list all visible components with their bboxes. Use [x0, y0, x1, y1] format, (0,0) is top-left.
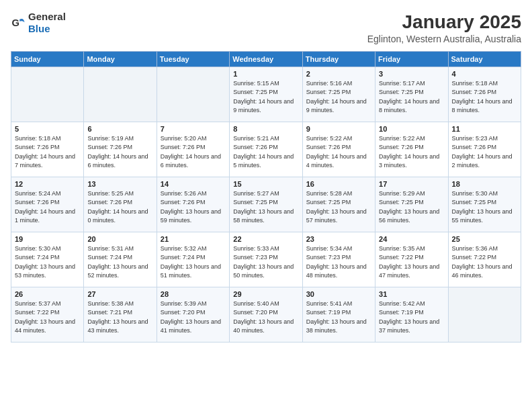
day-number: 3	[379, 70, 444, 78]
logo-text: General Blue	[28, 11, 66, 35]
calendar-cell: 31Sunrise: 5:42 AMSunset: 7:19 PMDayligh…	[375, 287, 448, 342]
calendar-title: January 2025	[367, 11, 521, 34]
day-number: 20	[87, 235, 152, 243]
day-info: Sunrise: 5:21 AMSunset: 7:26 PMDaylight:…	[233, 134, 298, 171]
day-info: Sunrise: 5:31 AMSunset: 7:24 PMDaylight:…	[87, 244, 152, 281]
logo-general: General	[28, 11, 66, 22]
day-info: Sunrise: 5:25 AMSunset: 7:26 PMDaylight:…	[87, 189, 152, 226]
day-info: Sunrise: 5:32 AMSunset: 7:24 PMDaylight:…	[161, 244, 226, 281]
column-header-thursday: Thursday	[302, 51, 375, 66]
day-info: Sunrise: 5:23 AMSunset: 7:26 PMDaylight:…	[452, 134, 517, 171]
calendar-week-row: 1Sunrise: 5:15 AMSunset: 7:25 PMDaylight…	[11, 66, 521, 122]
day-info: Sunrise: 5:27 AMSunset: 7:25 PMDaylight:…	[233, 189, 298, 226]
day-info: Sunrise: 5:29 AMSunset: 7:25 PMDaylight:…	[379, 189, 444, 226]
calendar-header-row: SundayMondayTuesdayWednesdayThursdayFrid…	[11, 51, 521, 66]
calendar-cell: 22Sunrise: 5:33 AMSunset: 7:23 PMDayligh…	[230, 232, 302, 287]
day-info: Sunrise: 5:41 AMSunset: 7:19 PMDaylight:…	[306, 300, 371, 336]
day-number: 24	[379, 235, 444, 243]
calendar-cell: 17Sunrise: 5:29 AMSunset: 7:25 PMDayligh…	[375, 177, 448, 232]
calendar-cell: 6Sunrise: 5:19 AMSunset: 7:26 PMDaylight…	[84, 122, 157, 177]
column-header-friday: Friday	[375, 51, 448, 66]
header: G General Blue January 2025 Eglinton, We…	[11, 11, 521, 44]
day-info: Sunrise: 5:28 AMSunset: 7:25 PMDaylight:…	[306, 189, 371, 226]
day-info: Sunrise: 5:42 AMSunset: 7:19 PMDaylight:…	[379, 300, 444, 336]
day-info: Sunrise: 5:19 AMSunset: 7:26 PMDaylight:…	[87, 134, 152, 171]
calendar-cell: 26Sunrise: 5:37 AMSunset: 7:22 PMDayligh…	[11, 287, 84, 342]
calendar-week-row: 19Sunrise: 5:30 AMSunset: 7:24 PMDayligh…	[11, 232, 521, 287]
day-number: 8	[233, 125, 298, 133]
day-number: 6	[87, 125, 152, 133]
day-number: 9	[306, 125, 371, 133]
day-number: 2	[306, 70, 371, 78]
calendar-cell: 24Sunrise: 5:35 AMSunset: 7:22 PMDayligh…	[375, 232, 448, 287]
calendar-cell: 7Sunrise: 5:20 AMSunset: 7:26 PMDaylight…	[157, 122, 229, 177]
calendar-week-row: 12Sunrise: 5:24 AMSunset: 7:26 PMDayligh…	[11, 177, 521, 232]
day-number: 14	[161, 180, 226, 188]
day-info: Sunrise: 5:24 AMSunset: 7:26 PMDaylight:…	[15, 189, 80, 226]
logo-icon: G	[11, 15, 26, 30]
day-info: Sunrise: 5:35 AMSunset: 7:22 PMDaylight:…	[379, 244, 444, 281]
day-number: 29	[233, 290, 298, 298]
day-number: 22	[233, 235, 298, 243]
day-number: 18	[452, 180, 517, 188]
calendar-cell	[84, 66, 157, 122]
calendar-container: G General Blue January 2025 Eglinton, We…	[0, 0, 532, 411]
day-info: Sunrise: 5:40 AMSunset: 7:20 PMDaylight:…	[233, 300, 298, 336]
day-number: 19	[15, 235, 80, 243]
calendar-cell: 30Sunrise: 5:41 AMSunset: 7:19 PMDayligh…	[302, 287, 375, 342]
logo: G General Blue	[11, 11, 66, 35]
logo-blue: Blue	[28, 23, 50, 34]
column-header-sunday: Sunday	[11, 51, 84, 66]
calendar-cell: 3Sunrise: 5:17 AMSunset: 7:25 PMDaylight…	[375, 66, 448, 122]
column-header-saturday: Saturday	[448, 51, 521, 66]
calendar-cell: 4Sunrise: 5:18 AMSunset: 7:26 PMDaylight…	[448, 66, 521, 122]
calendar-cell: 14Sunrise: 5:26 AMSunset: 7:26 PMDayligh…	[157, 177, 229, 232]
day-info: Sunrise: 5:22 AMSunset: 7:26 PMDaylight:…	[379, 134, 444, 171]
day-number: 12	[15, 180, 80, 188]
calendar-cell: 5Sunrise: 5:18 AMSunset: 7:26 PMDaylight…	[11, 122, 84, 177]
calendar-cell: 11Sunrise: 5:23 AMSunset: 7:26 PMDayligh…	[448, 122, 521, 177]
day-number: 13	[87, 180, 152, 188]
day-info: Sunrise: 5:17 AMSunset: 7:25 PMDaylight:…	[379, 79, 444, 116]
day-info: Sunrise: 5:22 AMSunset: 7:26 PMDaylight:…	[306, 134, 371, 171]
column-header-monday: Monday	[84, 51, 157, 66]
day-number: 10	[379, 125, 444, 133]
calendar-cell: 25Sunrise: 5:36 AMSunset: 7:22 PMDayligh…	[448, 232, 521, 287]
calendar-cell: 21Sunrise: 5:32 AMSunset: 7:24 PMDayligh…	[157, 232, 229, 287]
title-block: January 2025 Eglinton, Western Australia…	[367, 11, 521, 44]
calendar-cell: 10Sunrise: 5:22 AMSunset: 7:26 PMDayligh…	[375, 122, 448, 177]
day-number: 30	[306, 290, 371, 298]
calendar-cell	[448, 287, 521, 342]
day-info: Sunrise: 5:30 AMSunset: 7:24 PMDaylight:…	[15, 244, 80, 281]
day-number: 16	[306, 180, 371, 188]
calendar-cell: 28Sunrise: 5:39 AMSunset: 7:20 PMDayligh…	[157, 287, 229, 342]
calendar-cell: 20Sunrise: 5:31 AMSunset: 7:24 PMDayligh…	[84, 232, 157, 287]
day-number: 5	[15, 125, 80, 133]
day-number: 21	[161, 235, 226, 243]
day-info: Sunrise: 5:15 AMSunset: 7:25 PMDaylight:…	[233, 79, 298, 116]
day-info: Sunrise: 5:34 AMSunset: 7:23 PMDaylight:…	[306, 244, 371, 281]
day-number: 28	[161, 290, 226, 298]
day-number: 23	[306, 235, 371, 243]
calendar-subtitle: Eglinton, Western Australia, Australia	[367, 34, 521, 44]
day-info: Sunrise: 5:37 AMSunset: 7:22 PMDaylight:…	[15, 300, 80, 336]
calendar-cell: 12Sunrise: 5:24 AMSunset: 7:26 PMDayligh…	[11, 177, 84, 232]
calendar-cell	[157, 66, 229, 122]
calendar-cell	[11, 66, 84, 122]
calendar-cell: 19Sunrise: 5:30 AMSunset: 7:24 PMDayligh…	[11, 232, 84, 287]
day-number: 25	[452, 235, 517, 243]
day-info: Sunrise: 5:26 AMSunset: 7:26 PMDaylight:…	[161, 189, 226, 226]
day-info: Sunrise: 5:36 AMSunset: 7:22 PMDaylight:…	[452, 244, 517, 281]
day-number: 31	[379, 290, 444, 298]
calendar-cell: 18Sunrise: 5:30 AMSunset: 7:25 PMDayligh…	[448, 177, 521, 232]
calendar-cell: 13Sunrise: 5:25 AMSunset: 7:26 PMDayligh…	[84, 177, 157, 232]
day-info: Sunrise: 5:39 AMSunset: 7:20 PMDaylight:…	[161, 300, 226, 336]
day-info: Sunrise: 5:18 AMSunset: 7:26 PMDaylight:…	[15, 134, 80, 171]
calendar-week-row: 5Sunrise: 5:18 AMSunset: 7:26 PMDaylight…	[11, 122, 521, 177]
day-number: 7	[161, 125, 226, 133]
day-info: Sunrise: 5:18 AMSunset: 7:26 PMDaylight:…	[452, 79, 517, 116]
column-header-tuesday: Tuesday	[157, 51, 229, 66]
day-number: 17	[379, 180, 444, 188]
svg-text:G: G	[11, 17, 19, 28]
calendar-cell: 8Sunrise: 5:21 AMSunset: 7:26 PMDaylight…	[230, 122, 302, 177]
